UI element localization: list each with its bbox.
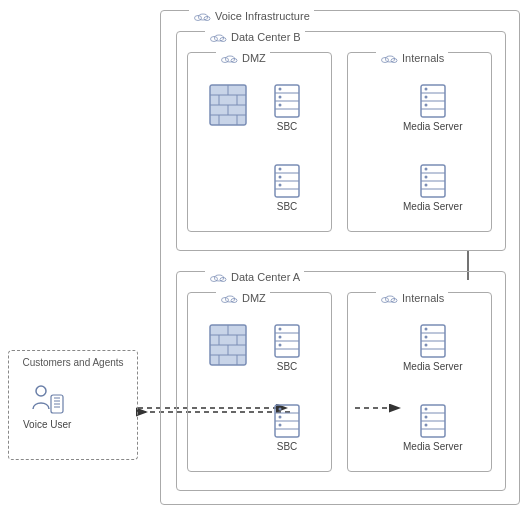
dmz-b-label: DMZ [216,52,270,64]
data-center-b-title: Data Center B [231,31,301,43]
firewall-a-node [208,323,248,369]
cloud-icon-dca [209,271,227,283]
svg-point-79 [279,344,282,347]
svg-point-31 [279,96,282,99]
cloud-icon-dmz-a [220,292,238,304]
voice-infrastructure-label: Voice Infrastructure [189,10,314,22]
svg-point-56 [424,184,427,187]
svg-point-84 [279,408,282,411]
cloud-icon-dmz-b [220,52,238,64]
media-server-b1-icon [419,83,447,119]
firewall-b-icon [208,83,248,129]
internals-a-box: Internals Media Server [347,292,492,472]
svg-point-95 [424,336,427,339]
voice-user-icon [29,381,65,417]
svg-point-102 [424,416,427,419]
sbc-b2-label: SBC [277,201,298,212]
svg-point-94 [424,328,427,331]
dmz-b-title: DMZ [242,52,266,64]
dmz-a-label: DMZ [216,292,270,304]
internals-b-box: Internals Media Server [347,52,492,232]
svg-point-39 [279,184,282,187]
cloud-icon-internals-a [380,292,398,304]
dmz-a-title: DMZ [242,292,266,304]
svg-point-86 [279,424,282,427]
firewall-b-node [208,83,248,129]
data-center-b-label: Data Center B [205,31,305,43]
svg-point-96 [424,344,427,347]
media-server-a1-node: Media Server [403,323,462,372]
internals-b-title: Internals [402,52,444,64]
cloud-icon-voice-infra [193,10,211,22]
sbc-b1-node: SBC [273,83,301,132]
cloud-icon-internals-b [380,52,398,64]
sbc-a1-label: SBC [277,361,298,372]
dmz-a-box: DMZ [187,292,332,472]
svg-point-78 [279,336,282,339]
media-server-b1-label: Media Server [403,121,462,132]
sbc-b1-label: SBC [277,121,298,132]
sbc-a1-icon [273,323,301,359]
data-center-a-label: Data Center A [205,271,304,283]
svg-point-48 [424,96,427,99]
svg-point-101 [424,408,427,411]
svg-point-61 [226,296,235,302]
svg-point-58 [215,275,224,281]
svg-point-77 [279,328,282,331]
media-server-a2-label: Media Server [403,441,462,452]
sbc-a2-label: SBC [277,441,298,452]
media-server-b2-label: Media Server [403,201,462,212]
sbc-b2-node: SBC [273,163,301,212]
voice-infrastructure-box: Voice Infrastructure Data Center B [160,10,520,505]
svg-point-54 [424,168,427,171]
svg-point-37 [279,168,282,171]
voice-user-node: Voice User [23,381,71,430]
svg-point-38 [279,176,282,179]
data-center-a-box: Data Center A DMZ [176,271,506,491]
svg-point-30 [279,88,282,91]
sbc-a2-icon [273,403,301,439]
dmz-b-box: DMZ [187,52,332,232]
svg-point-88 [386,296,395,302]
data-center-a-title: Data Center A [231,271,300,283]
svg-point-14 [226,56,235,62]
customers-label: Customers and Agents [9,357,137,368]
svg-point-7 [199,14,208,20]
voice-user-label: Voice User [23,419,71,430]
svg-point-32 [279,104,282,107]
svg-point-0 [36,386,46,396]
media-server-a2-node: Media Server [403,403,462,452]
diagram-container: Customers and Agents Voice User [0,0,530,520]
media-server-a2-icon [419,403,447,439]
customers-agents-box: Customers and Agents Voice User [8,350,138,460]
media-server-b2-icon [419,163,447,199]
svg-point-103 [424,424,427,427]
firewall-a-icon [208,323,248,369]
svg-point-85 [279,416,282,419]
media-server-b2-node: Media Server [403,163,462,212]
sbc-b2-icon [273,163,301,199]
media-server-a1-label: Media Server [403,361,462,372]
media-server-a1-icon [419,323,447,359]
sbc-b1-icon [273,83,301,119]
voice-infrastructure-title: Voice Infrastructure [215,10,310,22]
sbc-a1-node: SBC [273,323,301,372]
data-center-b-box: Data Center B DMZ [176,31,506,251]
internals-a-title: Internals [402,292,444,304]
sbc-a2-node: SBC [273,403,301,452]
svg-point-49 [424,104,427,107]
internals-b-label: Internals [376,52,448,64]
svg-point-11 [215,35,224,41]
media-server-b1-node: Media Server [403,83,462,132]
internals-a-label: Internals [376,292,448,304]
svg-point-55 [424,176,427,179]
svg-point-41 [386,56,395,62]
svg-point-47 [424,88,427,91]
cloud-icon-dcb [209,31,227,43]
